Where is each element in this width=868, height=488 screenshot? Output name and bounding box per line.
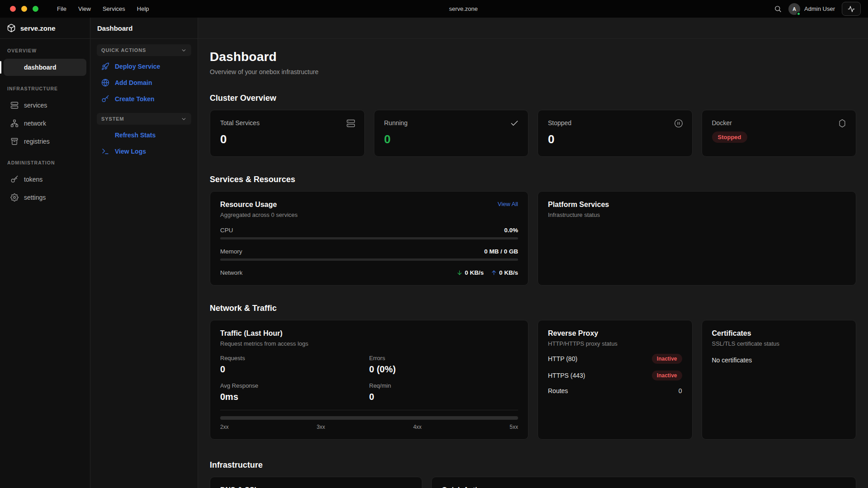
req-min-stat: Req/min 0 (369, 382, 519, 402)
brand-header: serve.zone (0, 18, 90, 39)
group-label: Quick Actions (101, 47, 146, 53)
network-up-value: 0 KB/s (499, 269, 518, 276)
minimize-window-button[interactable] (21, 6, 27, 12)
sidebar-item-label: dashboard (24, 64, 57, 71)
terminal-icon (101, 147, 109, 155)
docker-status-badge: Stopped (712, 131, 747, 143)
context-panel: Dashboard Quick Actions Deploy Service A… (90, 18, 198, 488)
archive-box-icon (10, 137, 19, 145)
action-label: Refresh Stats (115, 131, 156, 139)
action-label: Deploy Service (115, 63, 160, 70)
card-title: Certificates (712, 329, 846, 338)
cpu-label: CPU (220, 227, 233, 234)
server-icon (346, 119, 355, 128)
network-label: Network (220, 269, 243, 276)
sidebar-item-label: registries (24, 138, 50, 145)
stat-label: Errors (369, 355, 519, 361)
zoom-window-button[interactable] (33, 6, 38, 12)
pause-circle-icon (674, 119, 683, 128)
avatar[interactable]: A (788, 3, 800, 15)
https-label: HTTPS (443) (548, 372, 585, 379)
card-subtitle: SSL/TLS certificate status (712, 340, 846, 347)
status-4xx-label: 4xx (413, 424, 422, 430)
menu-view[interactable]: View (72, 3, 97, 14)
page-subtitle: Overview of your onebox infrastructure (210, 68, 856, 75)
quick-actions-card: Quick Actions Common tasks and shortcuts (431, 477, 856, 488)
sidebar-item-label: tokens (24, 176, 42, 183)
stat-value: 0 (384, 132, 519, 146)
key-icon (101, 95, 109, 103)
card-title: Resource Usage (220, 201, 277, 209)
routes-value: 0 (679, 387, 682, 394)
total-services-card: Total Services 0 (210, 110, 365, 157)
stat-label: Total Services (220, 119, 354, 127)
card-subtitle: HTTP/HTTPS proxy status (548, 340, 682, 347)
stat-value: 0 (0%) (369, 364, 519, 375)
cpu-value: 0.0% (504, 227, 518, 234)
chevron-down-icon (181, 116, 187, 122)
group-system[interactable]: System (97, 113, 191, 125)
server-icon (10, 101, 19, 109)
card-title: Traffic (Last Hour) (220, 329, 518, 338)
gear-icon (10, 193, 19, 202)
cpu-progress-bar (220, 237, 518, 239)
sidebar-section-infrastructure: Infrastructure (0, 77, 90, 96)
sidebar-item-tokens[interactable]: tokens (4, 171, 86, 188)
network-traffic-heading: Network & Traffic (210, 304, 856, 313)
stat-value: 0 (220, 364, 369, 375)
sidebar-item-settings[interactable]: settings (4, 189, 86, 206)
user-menu[interactable]: A Admin User (788, 3, 835, 15)
action-label: Create Token (115, 95, 155, 103)
search-icon[interactable] (774, 5, 782, 13)
action-refresh-stats[interactable]: Refresh Stats (97, 127, 191, 143)
status-code-bar (220, 416, 518, 420)
stat-label: Requests (220, 355, 369, 361)
network-icon (10, 119, 19, 127)
action-label: View Logs (115, 148, 146, 155)
routes-label: Routes (548, 387, 568, 394)
no-certificates-text: No certificates (712, 357, 846, 364)
rocket-icon (101, 62, 109, 70)
status-3xx-label: 3xx (316, 424, 325, 430)
group-quick-actions[interactable]: Quick Actions (97, 44, 191, 56)
action-label: Add Domain (115, 79, 152, 86)
sidebar: serve.zone Overview dashboard Infrastruc… (0, 18, 90, 488)
dns-ssl-card: DNS & SSL Configuration status (210, 477, 422, 488)
card-title: Quick Actions (442, 486, 846, 488)
resource-usage-card: Resource Usage View All Aggregated acros… (210, 191, 528, 286)
sidebar-item-network[interactable]: network (4, 115, 86, 132)
avg-response-stat: Avg Response 0ms (220, 382, 369, 402)
network-down-value: 0 KB/s (465, 269, 484, 276)
group-label: System (101, 116, 124, 122)
action-add-domain[interactable]: Add Domain (97, 75, 191, 90)
card-subtitle: Aggregated across 0 services (220, 211, 518, 218)
window-title: serve.zone (449, 5, 478, 12)
sidebar-item-registries[interactable]: registries (4, 133, 86, 150)
memory-label: Memory (220, 248, 242, 255)
stat-label: Docker (712, 119, 846, 127)
menu-file[interactable]: File (51, 3, 72, 14)
action-view-logs[interactable]: View Logs (97, 144, 191, 159)
certificates-card: Certificates SSL/TLS certificate status … (702, 320, 857, 440)
activity-button[interactable] (842, 2, 861, 16)
cluster-overview-heading: Cluster Overview (210, 94, 856, 103)
services-resources-heading: Services & Resources (210, 175, 856, 184)
stat-label: Avg Response (220, 382, 369, 389)
activity-icon (848, 5, 855, 13)
page-title: Dashboard (210, 50, 856, 64)
menu-services[interactable]: Services (97, 3, 131, 14)
sidebar-item-dashboard[interactable]: dashboard (4, 59, 86, 76)
memory-progress-bar (220, 258, 518, 261)
menubar: File View Services Help serve.zone A Adm… (0, 0, 868, 18)
stat-value: 0 (369, 392, 519, 402)
chevron-down-icon (181, 47, 187, 53)
menu-help[interactable]: Help (131, 3, 155, 14)
action-deploy-service[interactable]: Deploy Service (97, 59, 191, 74)
status-5xx-label: 5xx (509, 424, 518, 430)
memory-value: 0 MB / 0 GB (484, 248, 518, 255)
action-create-token[interactable]: Create Token (97, 91, 191, 107)
sidebar-item-services[interactable]: services (4, 97, 86, 114)
stat-value: 0ms (220, 392, 369, 402)
view-all-link[interactable]: View All (498, 201, 518, 207)
close-window-button[interactable] (10, 6, 16, 12)
